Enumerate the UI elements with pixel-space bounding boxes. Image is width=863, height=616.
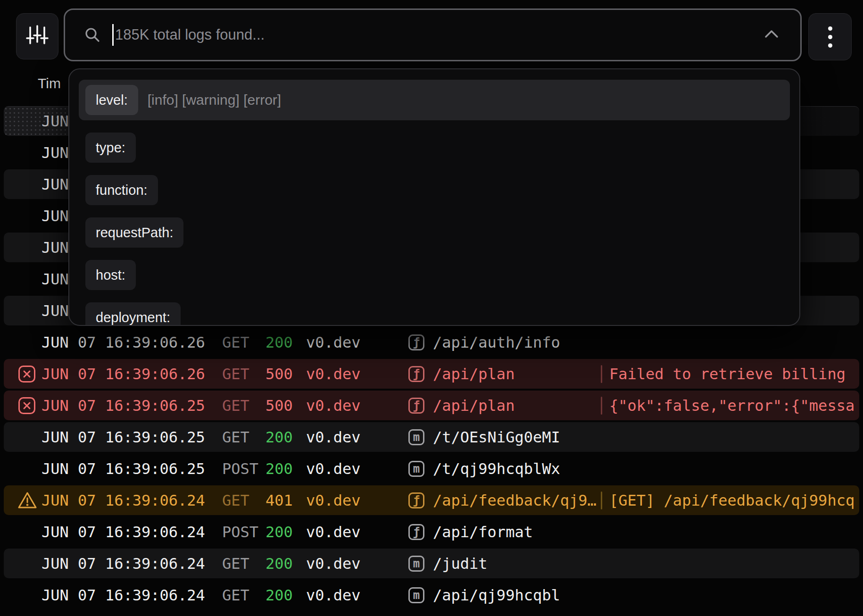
log-timestamp: JUN 07 16:39:06.24 — [41, 555, 205, 573]
request-method: GET — [222, 491, 249, 509]
log-row[interactable]: JUN 07 16:39:06.25GET200v0.devm/t/OEsNiG… — [0, 421, 863, 453]
host: v0.dev — [306, 397, 361, 415]
log-row[interactable]: JUN 07 16:39:06.24GET401v0.devƒ/api/feed… — [0, 484, 863, 516]
request-path: /api/feedback/qj9… — [433, 491, 597, 509]
timestamp-column-header: Tim — [38, 75, 61, 92]
request-method: GET — [222, 333, 249, 351]
error-level-icon — [17, 396, 36, 415]
log-timestamp: JUN 07 16:39:06.26 — [41, 333, 205, 351]
host: v0.dev — [306, 460, 361, 478]
request-path: /t/OEsNiGg0eMI — [433, 428, 560, 446]
chevron-up-icon[interactable] — [763, 29, 780, 41]
status-code: 401 — [266, 491, 293, 509]
log-timestamp: JUN 07 16:39:06.25 — [41, 460, 205, 478]
request-method: GET — [222, 586, 249, 604]
request-method: GET — [222, 365, 249, 383]
log-row[interactable]: JUN 07 16:39:06.24GET200v0.devm/api/qj99… — [0, 579, 863, 611]
function-icon: ƒ — [408, 398, 424, 414]
log-timestamp: JUN — [41, 175, 69, 193]
toolbar: 185K total logs found... — [0, 0, 863, 68]
log-timestamp: JUN 07 16:39:06.24 — [41, 523, 205, 541]
request-path: /api/plan — [433, 397, 514, 415]
log-row[interactable]: JUN 07 16:39:06.25GET500v0.devƒ/api/plan… — [0, 390, 863, 421]
request-method: GET — [222, 428, 249, 446]
suggestion-chip-deployment[interactable]: deployment: — [85, 302, 181, 326]
request-path: /api/qj99hcqbl — [433, 586, 560, 604]
text-caret — [112, 24, 114, 46]
request-path: /api/plan — [433, 365, 514, 383]
log-timestamp: JUN 07 16:39:06.24 — [41, 491, 205, 509]
log-timestamp: JUN — [41, 239, 69, 257]
log-timestamp: JUN 07 16:39:06.26 — [41, 365, 205, 383]
request-path: /api/format — [433, 523, 533, 541]
middleware-icon: m — [408, 461, 424, 477]
request-path: /api/auth/info — [433, 333, 560, 351]
host: v0.dev — [306, 555, 361, 573]
suggestion-chip-requestPath[interactable]: requestPath: — [85, 217, 183, 248]
message-separator — [601, 365, 602, 383]
suggestion-chip-type[interactable]: type: — [85, 133, 136, 163]
suggestion-chip-host[interactable]: host: — [85, 260, 136, 290]
filter-button[interactable] — [16, 13, 58, 59]
log-timestamp: JUN — [41, 112, 69, 130]
menu-button[interactable] — [808, 13, 852, 60]
status-code: 500 — [266, 365, 293, 383]
log-message: [GET] /api/feedback/qj99hcq — [609, 491, 863, 509]
suggestion-chip-function[interactable]: function: — [85, 175, 158, 205]
host: v0.dev — [306, 333, 361, 351]
log-message: {"ok":false,"error":{"messa — [609, 397, 863, 415]
error-level-icon — [17, 365, 36, 383]
log-timestamp: JUN — [41, 207, 69, 225]
log-timestamp: JUN 07 16:39:06.24 — [41, 586, 205, 604]
log-row[interactable]: JUN 07 16:39:06.25POST200v0.devm/t/qj99h… — [0, 453, 863, 484]
host: v0.dev — [306, 523, 361, 541]
log-row[interactable]: JUN 07 16:39:06.24POST200v0.devƒ/api/for… — [0, 516, 863, 548]
request-method: POST — [222, 523, 258, 541]
search-input[interactable]: 185K total logs found... — [64, 8, 802, 61]
suggestion-chip-level[interactable]: level: — [85, 85, 138, 115]
host: v0.dev — [306, 586, 361, 604]
log-timestamp: JUN 07 16:39:06.25 — [41, 397, 205, 415]
host: v0.dev — [306, 491, 361, 509]
kebab-menu-icon — [828, 26, 832, 48]
request-path: /judit — [433, 555, 488, 573]
message-separator — [601, 491, 602, 509]
request-method: GET — [222, 555, 249, 573]
log-timestamp: JUN — [41, 144, 69, 162]
status-code: 200 — [266, 460, 293, 478]
log-timestamp: JUN 07 16:39:06.25 — [41, 428, 205, 446]
request-method: GET — [222, 397, 249, 415]
log-timestamp: JUN — [41, 270, 69, 288]
suggestion-hint-level: [info] [warning] [error] — [148, 92, 281, 108]
log-row[interactable]: JUN 07 16:39:06.26GET500v0.devƒ/api/plan… — [0, 358, 863, 390]
filter-suggestions-dropdown: level: [info] [warning] [error] type: fu… — [68, 68, 800, 326]
search-placeholder: 185K total logs found... — [115, 26, 265, 43]
sliders-icon — [25, 24, 49, 49]
status-code: 200 — [266, 555, 293, 573]
function-icon: ƒ — [408, 524, 424, 540]
status-code: 200 — [266, 523, 293, 541]
function-icon: ƒ — [408, 366, 424, 382]
log-row[interactable]: JUN 07 16:39:06.26GET200v0.devƒ/api/auth… — [0, 326, 863, 358]
middleware-icon: m — [408, 587, 424, 603]
request-method: POST — [222, 460, 258, 478]
middleware-icon: m — [408, 429, 424, 445]
status-code: 200 — [266, 333, 293, 351]
suggestion-item-level[interactable]: level: [info] [warning] [error] — [79, 80, 790, 120]
search-icon — [84, 26, 101, 43]
middleware-icon: m — [408, 556, 424, 572]
log-row[interactable]: JUN 07 16:39:06.24GET200v0.devm/judit — [0, 548, 863, 579]
function-icon: ƒ — [408, 334, 424, 350]
request-path: /t/qj99hcqblWx — [433, 460, 560, 478]
log-timestamp: JUN — [41, 302, 69, 320]
log-message: Failed to retrieve billing — [609, 365, 863, 383]
host: v0.dev — [306, 428, 361, 446]
warning-level-icon — [17, 491, 36, 510]
status-code: 500 — [266, 397, 293, 415]
status-code: 200 — [266, 586, 293, 604]
host: v0.dev — [306, 365, 361, 383]
function-icon: ƒ — [408, 492, 424, 508]
message-separator — [601, 397, 602, 415]
status-code: 200 — [266, 428, 293, 446]
